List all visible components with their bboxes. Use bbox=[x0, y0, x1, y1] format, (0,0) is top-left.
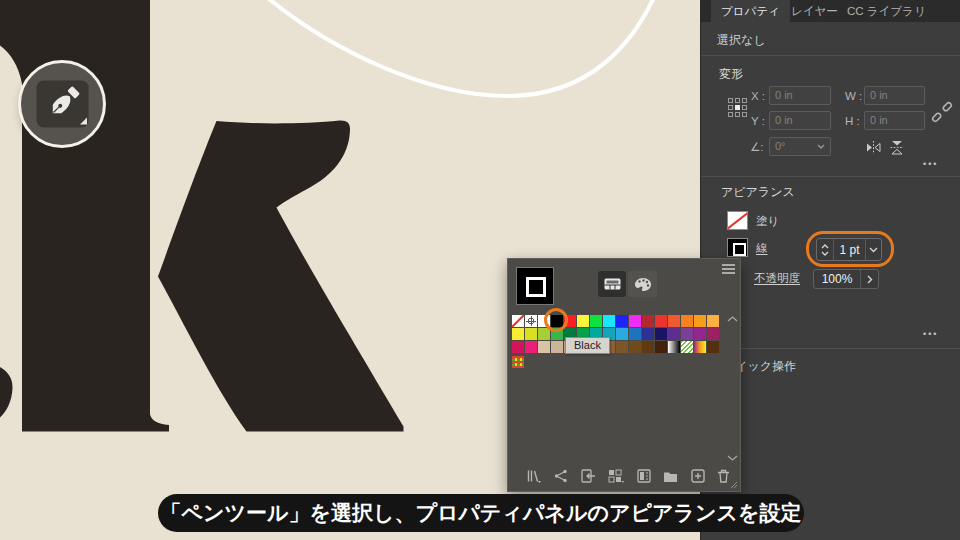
opacity-label[interactable]: 不透明度 bbox=[754, 271, 800, 286]
separator bbox=[701, 55, 960, 56]
angle-field[interactable]: 0° bbox=[769, 137, 831, 156]
chevron-right-icon bbox=[867, 275, 873, 284]
transform-section-title: 変形 bbox=[719, 66, 743, 83]
appearance-more-options[interactable]: ••• bbox=[923, 329, 938, 339]
swatches-view-button[interactable] bbox=[598, 271, 626, 297]
swatch[interactable] bbox=[590, 315, 602, 327]
swatch[interactable] bbox=[642, 328, 654, 340]
y-label: Y : bbox=[751, 115, 765, 127]
w-field[interactable]: 0 in bbox=[864, 86, 925, 105]
add-to-cc-library-icon[interactable] bbox=[554, 469, 568, 483]
h-field[interactable]: 0 in bbox=[864, 111, 925, 130]
flip-horizontal-icon[interactable] bbox=[865, 140, 882, 155]
swatch[interactable] bbox=[655, 328, 667, 340]
stroke-label[interactable]: 線 bbox=[756, 241, 768, 256]
swatch-row bbox=[512, 341, 719, 353]
swatch[interactable] bbox=[694, 315, 706, 327]
pen-tool-indicator bbox=[12, 54, 112, 154]
swatches-view-icon bbox=[604, 278, 621, 290]
letter-curl bbox=[0, 367, 13, 418]
opacity-detail-button[interactable] bbox=[860, 270, 878, 288]
transform-more-options[interactable]: ••• bbox=[923, 159, 938, 169]
swatches-toolbar bbox=[526, 469, 730, 483]
swatch[interactable] bbox=[525, 328, 537, 340]
panel-tab-strip: プロパティ レイヤー CC ライブラリ bbox=[701, 0, 960, 22]
angle-value: 0° bbox=[775, 138, 817, 155]
fill-color-swatch[interactable] bbox=[727, 211, 748, 230]
swatch[interactable] bbox=[681, 315, 693, 327]
swatch-registration[interactable] bbox=[525, 315, 537, 327]
flip-vertical-icon[interactable] bbox=[889, 139, 905, 156]
link-dimensions-icon[interactable] bbox=[931, 98, 953, 126]
swatch[interactable] bbox=[512, 328, 524, 340]
caption-pill: 「ペンツール」を選択し、プロパティパネルのアピアランスを設定 bbox=[158, 494, 804, 532]
selection-status: 選択なし bbox=[717, 32, 766, 49]
swatches-popup bbox=[507, 258, 741, 492]
swatch[interactable] bbox=[616, 341, 628, 353]
swatch[interactable] bbox=[668, 315, 680, 327]
h-label: H : bbox=[845, 115, 860, 127]
swatch-grid bbox=[512, 315, 719, 369]
scroll-up-icon[interactable] bbox=[727, 316, 738, 322]
annotation-circle-black-swatch bbox=[544, 308, 568, 332]
reference-point-locator[interactable] bbox=[728, 98, 747, 117]
resize-grip[interactable] bbox=[728, 479, 738, 489]
y-field[interactable]: 0 in bbox=[769, 111, 831, 130]
swatch-gradient-orange[interactable] bbox=[694, 341, 706, 353]
swatch-options-icon[interactable] bbox=[637, 469, 651, 483]
opacity-control[interactable]: 100% bbox=[813, 269, 879, 289]
swatch[interactable] bbox=[551, 341, 563, 353]
annotation-ring-stroke-weight bbox=[806, 231, 894, 267]
appearance-section-title: アピアランス bbox=[721, 184, 795, 201]
import-swatches-icon[interactable] bbox=[581, 469, 596, 483]
swatch[interactable] bbox=[642, 315, 654, 327]
swatch[interactable] bbox=[681, 328, 693, 340]
swatch[interactable] bbox=[707, 315, 719, 327]
color-mixer-icon bbox=[634, 277, 652, 292]
swatch[interactable] bbox=[707, 328, 719, 340]
swatch[interactable] bbox=[512, 341, 524, 353]
tab-cc-libraries[interactable]: CC ライブラリ bbox=[837, 0, 936, 22]
swatch[interactable] bbox=[629, 315, 641, 327]
angle-label: ∠: bbox=[750, 140, 764, 154]
swatch[interactable] bbox=[629, 341, 641, 353]
pen-path-curve bbox=[263, 0, 656, 96]
swatch-pattern-confetti[interactable] bbox=[512, 356, 524, 368]
letter-k-arm-leg bbox=[158, 120, 404, 431]
swatch-gradient-gray[interactable] bbox=[668, 341, 680, 353]
swatch[interactable] bbox=[629, 328, 641, 340]
x-label: X : bbox=[751, 90, 765, 102]
swatch[interactable] bbox=[668, 328, 680, 340]
w-label: W : bbox=[845, 90, 862, 102]
swatch[interactable] bbox=[655, 315, 667, 327]
opacity-value[interactable]: 100% bbox=[814, 272, 860, 286]
swatch-row bbox=[512, 356, 719, 368]
swatch[interactable] bbox=[707, 341, 719, 353]
swatch[interactable] bbox=[694, 328, 706, 340]
swatch-pattern-green[interactable] bbox=[681, 341, 693, 353]
new-color-group-icon[interactable] bbox=[663, 470, 678, 483]
tab-properties[interactable]: プロパティ bbox=[711, 0, 790, 22]
x-field[interactable]: 0 in bbox=[769, 86, 831, 105]
swatch-row bbox=[512, 328, 719, 340]
swatch[interactable] bbox=[577, 315, 589, 327]
swatch[interactable] bbox=[642, 341, 654, 353]
scroll-down-icon[interactable] bbox=[727, 455, 738, 461]
swatch-tooltip: Black bbox=[565, 337, 610, 354]
swatch-libraries-icon[interactable] bbox=[526, 469, 542, 483]
fill-label: 塗り bbox=[756, 214, 779, 229]
swatch[interactable] bbox=[603, 315, 615, 327]
swatch[interactable] bbox=[616, 328, 628, 340]
panel-list-icon[interactable] bbox=[721, 263, 736, 275]
swatch-none[interactable] bbox=[512, 315, 524, 327]
swatch[interactable] bbox=[616, 315, 628, 327]
stroke-color-swatch[interactable] bbox=[727, 238, 748, 257]
color-mixer-button[interactable] bbox=[628, 271, 657, 297]
swatch[interactable] bbox=[538, 341, 550, 353]
swatch[interactable] bbox=[525, 341, 537, 353]
swatch[interactable] bbox=[655, 341, 667, 353]
new-swatch-icon[interactable] bbox=[691, 469, 705, 483]
swatch-kinds-icon[interactable] bbox=[608, 469, 624, 483]
separator bbox=[701, 176, 960, 177]
stroke-proxy-icon bbox=[516, 267, 554, 305]
